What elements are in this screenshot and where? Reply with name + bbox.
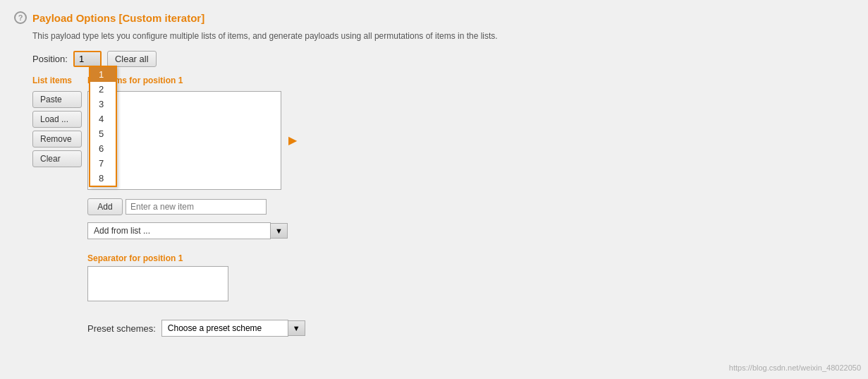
clear-button[interactable]: Clear [32, 150, 82, 167]
list-section-label: List items for position 1 [87, 76, 305, 85]
preset-select[interactable]: Choose a preset scheme [161, 320, 288, 337]
dropdown-item-3[interactable]: 3 [90, 97, 116, 112]
add-button[interactable]: Add [87, 198, 123, 215]
dropdown-item-5[interactable]: 5 [90, 126, 116, 141]
preset-label: Preset schemes: [87, 323, 156, 334]
position-select[interactable]: 1 2 3 4 5 6 7 8 [73, 51, 102, 67]
separator-textarea[interactable] [87, 266, 228, 301]
arrow-right-icon: ▶ [288, 133, 297, 147]
position-dropdown: 1 2 3 4 5 6 7 8 [89, 66, 117, 187]
dropdown-item-8[interactable]: 8 [90, 171, 116, 186]
dropdown-item-2[interactable]: 2 [90, 82, 116, 97]
remove-button[interactable]: Remove [32, 131, 82, 148]
help-icon[interactable]: ? [14, 11, 27, 24]
page-title: Payload Options [Custom iterator] [32, 12, 204, 24]
position-label: Position: [32, 54, 68, 64]
dropdown-item-7[interactable]: 7 [90, 156, 116, 171]
add-from-list-select[interactable]: Add from list ... [87, 222, 271, 239]
list-items-label: List items [32, 76, 82, 85]
preset-dropdown-button[interactable]: ▼ [288, 320, 305, 336]
dropdown-item-4[interactable]: 4 [90, 112, 116, 126]
watermark: https://blog.csdn.net/weixin_48022050 [729, 363, 861, 372]
dropdown-item-1[interactable]: 1 [90, 67, 116, 82]
separator-label: Separator for position 1 [87, 253, 305, 263]
load-button[interactable]: Load ... [32, 111, 82, 128]
dropdown-item-6[interactable]: 6 [90, 141, 116, 156]
description-text: This payload type lets you configure mul… [32, 31, 854, 41]
position-select-wrapper: 1 2 3 4 5 6 7 8 [73, 51, 102, 67]
paste-button[interactable]: Paste [32, 91, 82, 108]
add-from-list-dropdown-button[interactable]: ▼ [271, 223, 288, 239]
new-item-input[interactable] [126, 199, 267, 215]
clear-all-button[interactable]: Clear all [107, 51, 157, 67]
